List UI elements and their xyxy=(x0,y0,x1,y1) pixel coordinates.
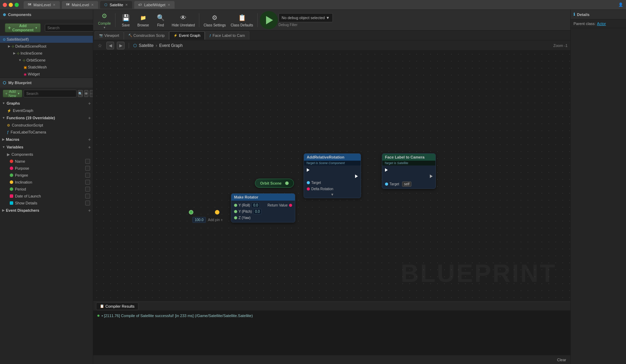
bp-var-perigee[interactable]: Perigee xyxy=(0,172,93,179)
variable-value-node[interactable]: 100.0 Add pin + xyxy=(192,217,223,223)
debug-dropdown[interactable]: No debug object selected ▼ xyxy=(279,13,333,22)
play-button[interactable] xyxy=(260,11,278,29)
event-graph-tab-icon: ⚡ xyxy=(174,34,177,37)
add-macro-icon[interactable]: + xyxy=(88,137,91,142)
category-macros[interactable]: ▶ Macros + xyxy=(0,136,93,143)
tree-item-defaultsceneroot[interactable]: ▶ ⊹ DefaultSceneRoot xyxy=(0,43,93,50)
more-options-icon-btn[interactable]: ⋯ xyxy=(90,90,93,97)
tab-mainlevel-2[interactable]: 🗺 MainLevel ✕ xyxy=(62,1,98,9)
make-rotator-node[interactable]: Make Rotator Y (Roll) 0.0 Return Value xyxy=(231,193,295,223)
search-icon-btn[interactable]: 🔍 xyxy=(78,90,83,97)
function-icon: ƒ xyxy=(7,130,9,134)
arr-subtitle: Target is Scene Component xyxy=(304,161,361,165)
connection-lines xyxy=(93,51,198,103)
tree-item-inclinescene[interactable]: ▶ ⊹ InclineScene xyxy=(0,50,93,57)
parent-class-row: Parent class: Actor xyxy=(571,19,626,28)
blueprint-search-input[interactable] xyxy=(24,90,77,97)
expose-inclination-btn[interactable] xyxy=(85,180,90,185)
tab-event-graph[interactable]: ⚡ Event Graph xyxy=(169,31,205,40)
bp-var-dateolaunch[interactable]: Date of Launch xyxy=(0,193,93,200)
compiler-results-tab[interactable]: 📋 Compiler Results xyxy=(96,302,138,310)
class-settings-button[interactable]: ⚙ Class Settings xyxy=(201,11,228,29)
add-component-button[interactable]: + Add Component ▼ xyxy=(5,23,41,32)
maximize-button[interactable] xyxy=(15,3,19,7)
category-graphs[interactable]: ▼ Graphs + xyxy=(0,99,93,107)
expose-name-btn[interactable] xyxy=(85,159,90,164)
tree-item-orbitscene[interactable]: ▼ ⊹ OrbitScene xyxy=(0,57,93,64)
bp-item-facelabeltocamera[interactable]: ƒ FaceLabelToCamera xyxy=(0,129,93,136)
add-dispatcher-icon[interactable]: + xyxy=(88,208,91,213)
bp-item-constructionscript[interactable]: ⚙ ConstructionScript xyxy=(0,122,93,129)
left-panel: ⊕ Components + Add Component ▼ 🔍 ⊙ Satel xyxy=(0,10,93,364)
tree-item-satellite-self[interactable]: ⊙ Satellite(self) xyxy=(0,36,93,43)
scene-icon-2: ⊹ xyxy=(17,51,19,55)
orbit-scene-node-label: Orbit Scene xyxy=(260,181,282,185)
nav-back-button[interactable]: ◀ xyxy=(106,42,114,49)
tab-face-label[interactable]: ƒ Face Label to Cam xyxy=(205,31,249,40)
bp-item-eventgraph[interactable]: ⚡ EventGraph xyxy=(0,107,93,114)
add-new-button[interactable]: + Add New ▼ xyxy=(3,90,22,97)
bp-var-purpose[interactable]: Purpose xyxy=(0,165,93,172)
close-button[interactable] xyxy=(3,3,7,7)
my-blueprint-label: My Blueprint xyxy=(8,81,32,85)
parent-class-link[interactable]: Actor xyxy=(597,22,606,26)
tab-satellite[interactable]: ⬡ Satellite ✕ xyxy=(100,1,132,9)
tree-item-staticmesh[interactable]: ▣ StaticMesh xyxy=(0,64,93,71)
tab-close-satellite-icon[interactable]: ✕ xyxy=(125,3,128,7)
details-icon: ℹ xyxy=(573,12,575,17)
visibility-icon-btn[interactable]: 👁 xyxy=(84,90,88,97)
save-button[interactable]: 💾 Save xyxy=(118,11,134,29)
face-label-camera-node[interactable]: Face Label to Camera Target is Satellite xyxy=(382,153,436,189)
add-pin-button[interactable]: Add pin + xyxy=(208,218,223,222)
add-graph-icon[interactable]: + xyxy=(88,101,91,106)
tree-item-widget[interactable]: ◉ Widget xyxy=(0,71,93,78)
add-variable-icon[interactable]: + xyxy=(88,145,91,150)
scene-icon: ⊹ xyxy=(11,45,14,48)
compile-button[interactable]: ⚙ Compile ▼ xyxy=(96,11,113,29)
category-variables[interactable]: ▼ Variables + xyxy=(0,143,93,151)
find-button[interactable]: 🔍 Find xyxy=(152,11,169,29)
var-dot-inclination-icon xyxy=(10,180,13,184)
browse-button[interactable]: 📁 Browse xyxy=(135,11,152,29)
traffic-lights xyxy=(3,3,19,7)
toolbar-separator-1 xyxy=(115,13,115,27)
variable-node-green[interactable] xyxy=(189,210,193,215)
minimize-button[interactable] xyxy=(9,3,13,7)
tab-viewport[interactable]: 📷 Viewport xyxy=(95,31,124,40)
success-dot-icon xyxy=(97,315,99,317)
play-triangle-icon xyxy=(266,16,273,24)
graph-background: BLUEPRINT xyxy=(93,51,570,301)
category-eventdispatchers[interactable]: ▶ Event Dispatchers + xyxy=(0,207,93,214)
bp-var-inclination[interactable]: Inclination xyxy=(0,179,93,186)
tab-close-icon-2[interactable]: ✕ xyxy=(91,3,94,7)
components-search-input[interactable] xyxy=(45,24,98,32)
expose-purpose-btn[interactable] xyxy=(85,166,90,171)
tab-mainlevel-1[interactable]: 🗺 MainLevel ✕ xyxy=(24,1,60,9)
bp-var-name[interactable]: Name xyxy=(0,158,93,165)
class-defaults-button[interactable]: 📋 Class Defaults xyxy=(228,11,255,29)
arr-expand-icon[interactable]: ▼ xyxy=(304,193,361,196)
tab-labelwidget[interactable]: 🏷 LabelWidget ✕ xyxy=(134,1,174,9)
star-button[interactable]: ☆ xyxy=(96,42,104,49)
category-functions[interactable]: ▼ Functions (19 Overridable) + xyxy=(0,114,93,122)
expose-dateoflaunch-btn[interactable] xyxy=(85,194,90,199)
bp-subcategory-components[interactable]: ▶ Components xyxy=(0,151,93,158)
tab-close-icon[interactable]: ✕ xyxy=(53,3,56,7)
expose-showdetails-btn[interactable] xyxy=(85,201,90,205)
nav-forward-button[interactable]: ▶ xyxy=(117,42,125,49)
graph-canvas[interactable]: BLUEPRINT xyxy=(93,51,570,301)
tab-construction-script[interactable]: 🔨 Construction Scrip xyxy=(124,31,169,40)
components-category-arrow-icon: ▶ xyxy=(7,152,10,157)
expose-perigee-btn[interactable] xyxy=(85,173,90,178)
bp-var-showdetails[interactable]: Show Details xyxy=(0,200,93,207)
add-function-icon[interactable]: + xyxy=(88,115,91,121)
event-graph-icon: ⚡ xyxy=(7,109,11,113)
orbit-scene-node[interactable]: Orbit Scene xyxy=(255,179,294,188)
add-relative-rotation-node[interactable]: AddRelativeRotation Target is Scene Comp… xyxy=(304,153,361,198)
variable-node-yellow[interactable] xyxy=(215,210,219,215)
clear-button[interactable]: Clear xyxy=(557,358,566,362)
bp-var-period[interactable]: Period xyxy=(0,186,93,193)
tab-close-widget-icon[interactable]: ✕ xyxy=(168,3,170,7)
hide-unrelated-button[interactable]: 👁 Hide Unrelated xyxy=(170,11,197,29)
expose-period-btn[interactable] xyxy=(85,187,90,192)
